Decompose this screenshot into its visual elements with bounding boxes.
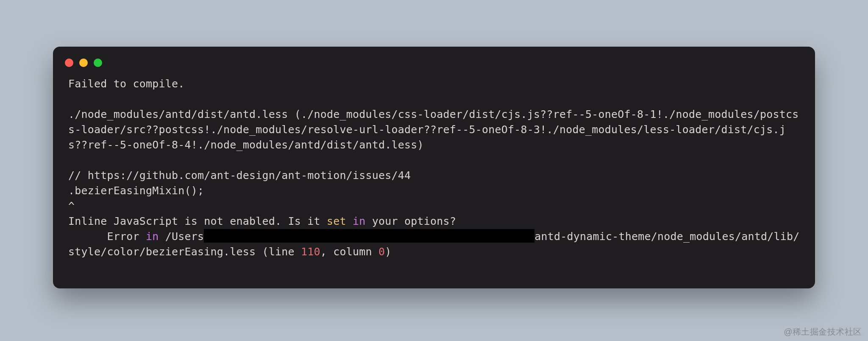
output-line: Failed to compile. bbox=[68, 78, 185, 90]
keyword-in: in bbox=[146, 230, 159, 243]
column-number: 0 bbox=[378, 246, 385, 258]
terminal-output: Failed to compile. ./node_modules/antd/d… bbox=[53, 76, 815, 270]
redacted-path bbox=[204, 229, 534, 243]
minimize-icon[interactable] bbox=[79, 59, 88, 67]
output-line: .bezierEasingMixin(); bbox=[68, 184, 204, 197]
indent bbox=[68, 230, 107, 243]
text: ) bbox=[385, 246, 391, 258]
text: Error bbox=[107, 230, 146, 243]
keyword-in: in bbox=[353, 215, 366, 227]
output-line: Inline JavaScript is not enabled. Is it … bbox=[68, 215, 456, 227]
watermark: @稀土掘金技术社区 bbox=[784, 326, 862, 338]
output-line: Error in /Usersantd-dynamic-theme/node_m… bbox=[68, 230, 800, 258]
terminal-window: Failed to compile. ./node_modules/antd/d… bbox=[53, 47, 815, 288]
text: Inline JavaScript is not enabled. Is it bbox=[68, 215, 327, 227]
maximize-icon[interactable] bbox=[94, 59, 102, 67]
text: your options? bbox=[366, 215, 456, 227]
keyword-set: set bbox=[327, 215, 346, 227]
text: , column bbox=[320, 246, 378, 258]
line-number: 110 bbox=[301, 246, 320, 258]
window-titlebar bbox=[53, 55, 815, 76]
text bbox=[346, 215, 353, 227]
close-icon[interactable] bbox=[65, 59, 73, 67]
output-line: ./node_modules/antd/dist/antd.less (./no… bbox=[68, 108, 798, 151]
text: /Users bbox=[159, 230, 204, 243]
output-line: ^ bbox=[68, 200, 75, 212]
output-line: // https://github.com/ant-design/ant-mot… bbox=[68, 169, 411, 182]
